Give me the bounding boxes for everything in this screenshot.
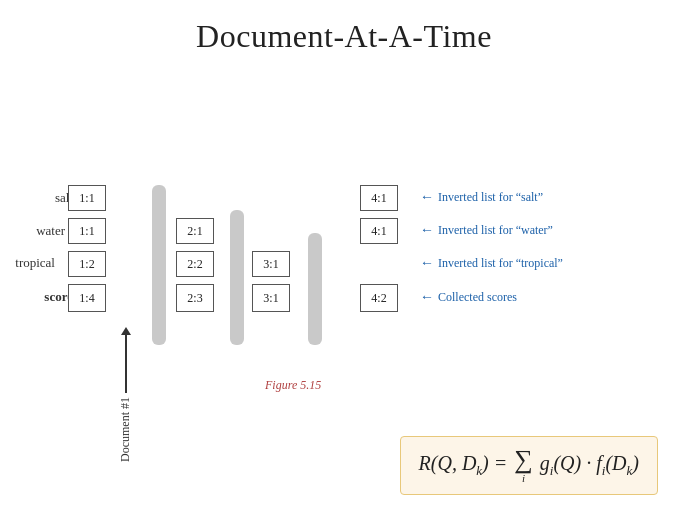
row-label-tropical: tropical <box>0 255 55 271</box>
formula-text: R(Q, Dk) = ∑ i gi(Q) · fi(Dk) <box>419 452 639 474</box>
figure-caption: Figure 5.15 <box>265 378 321 393</box>
cell-score-1: 2:3 <box>176 284 214 312</box>
annotation-score: ← Collected scores <box>420 289 517 305</box>
arrow-salt: ← <box>420 189 434 205</box>
cell-water-1: 2:1 <box>176 218 214 244</box>
row-label-salt: salt <box>18 190 73 206</box>
diagram-area: salt 1:1 4:1 ← Inverted list for “salt” … <box>0 65 688 395</box>
vbar-1 <box>152 185 166 345</box>
vbar-2 <box>230 210 244 345</box>
cell-salt-0: 1:1 <box>68 185 106 211</box>
cell-score-2: 3:1 <box>252 284 290 312</box>
annotation-tropical: ← Inverted list for “tropical” <box>420 255 563 271</box>
row-label-water: water <box>10 223 65 239</box>
annotation-water: ← Inverted list for “water” <box>420 222 553 238</box>
page-title: Document-At-A-Time <box>0 0 688 65</box>
cell-score-0: 1:4 <box>68 284 106 312</box>
cell-score-3: 4:2 <box>360 284 398 312</box>
cell-salt-3: 4:1 <box>360 185 398 211</box>
arrow-score: ← <box>420 289 434 305</box>
cell-tropical-1: 2:2 <box>176 251 214 277</box>
arrow-tropical: ← <box>420 255 434 271</box>
cell-tropical-2: 3:1 <box>252 251 290 277</box>
doc-label: Document #1 <box>118 397 133 462</box>
annotation-salt: ← Inverted list for “salt” <box>420 189 543 205</box>
vbar-3 <box>308 233 322 345</box>
cell-water-0: 1:1 <box>68 218 106 244</box>
arrow-water: ← <box>420 222 434 238</box>
doc-arrow-area: Document #1 <box>118 333 133 462</box>
doc-arrow-line <box>125 333 127 393</box>
cell-tropical-0: 1:2 <box>68 251 106 277</box>
cell-water-3: 4:1 <box>360 218 398 244</box>
row-label-score: score <box>18 289 73 305</box>
formula-box: R(Q, Dk) = ∑ i gi(Q) · fi(Dk) <box>400 436 658 495</box>
